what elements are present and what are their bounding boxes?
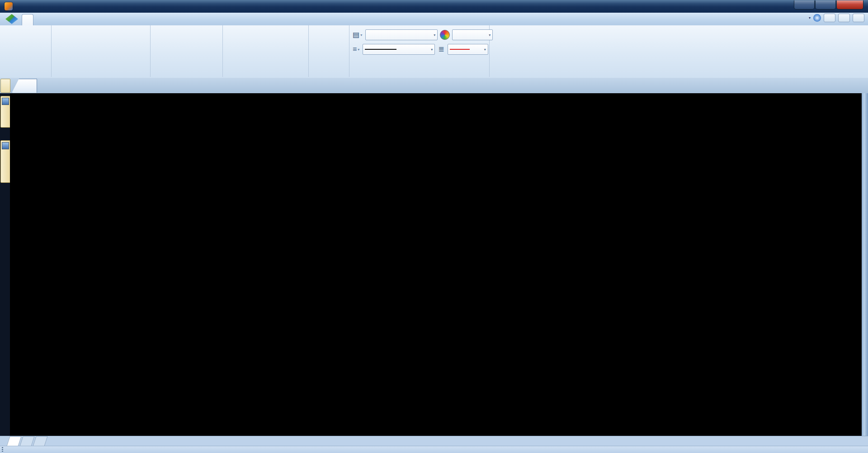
tab-annotation[interactable] xyxy=(43,14,54,25)
linetype-select[interactable]: ▾ xyxy=(448,44,488,55)
line-sample xyxy=(365,49,396,50)
title-bar xyxy=(0,0,868,13)
panel-toggle-button[interactable] xyxy=(0,79,10,93)
group-properties: ▤▾ ▾ ▾ ≡▾ ▾ ≣ ▾ xyxy=(349,25,490,77)
group-common xyxy=(0,25,52,77)
chevron-down-icon: ▾ xyxy=(489,33,491,37)
cad-drawing[interactable] xyxy=(10,93,862,436)
linewidth-select[interactable]: ▾ xyxy=(363,44,435,55)
maximize-button[interactable] xyxy=(815,0,836,10)
minimize-button[interactable] xyxy=(794,0,815,10)
app-logo-icon xyxy=(5,2,13,10)
color-select[interactable]: ▾ xyxy=(452,29,493,40)
group-label-common xyxy=(0,67,51,75)
ribbon-right-controls: ▾ xyxy=(807,14,864,22)
sidebar-tab-properties[interactable] xyxy=(0,140,10,183)
sidebar-tab-library[interactable] xyxy=(0,96,10,128)
group-annotate xyxy=(308,25,349,77)
group-label-basic-draw xyxy=(51,67,150,75)
red-line-sample xyxy=(450,49,470,50)
window-border-right xyxy=(862,93,868,436)
linetype-icon[interactable]: ≣ xyxy=(437,45,445,54)
group-label-advanced-draw xyxy=(150,67,222,75)
document-tab-bar xyxy=(0,78,868,94)
chevron-down-icon: ▾ xyxy=(434,33,435,37)
layer-select[interactable]: ▾ xyxy=(365,29,438,40)
group-label-modify xyxy=(222,67,308,75)
group-modify xyxy=(222,25,309,77)
color-wheel-icon[interactable] xyxy=(440,30,450,40)
library-icon xyxy=(2,98,9,105)
ribbon: ▤▾ ▾ ▾ ≡▾ ▾ ≣ ▾ xyxy=(0,25,868,78)
drawing-canvas[interactable] xyxy=(10,93,862,436)
sheet-tab-layout1[interactable] xyxy=(19,436,34,446)
doc-close-button[interactable] xyxy=(853,14,864,22)
style-button[interactable]: ▾ xyxy=(807,16,811,20)
group-label-properties xyxy=(349,67,489,75)
chevron-down-icon: ▾ xyxy=(431,48,433,52)
sheet-tab-model[interactable] xyxy=(6,436,21,446)
group-advanced-draw xyxy=(150,25,223,77)
tab-sheet[interactable] xyxy=(64,14,75,25)
doc-restore-button[interactable] xyxy=(838,14,850,22)
tab-tools[interactable] xyxy=(85,14,96,25)
sheet-tab-bar xyxy=(0,436,868,446)
group-basic-draw xyxy=(51,25,151,77)
help-icon[interactable] xyxy=(813,14,821,22)
left-sidebar xyxy=(0,93,10,436)
layer-panel-icon[interactable]: ▤▾ xyxy=(352,30,363,39)
tab-common[interactable] xyxy=(22,14,33,26)
linewidth-icon[interactable]: ≡▾ xyxy=(352,45,360,54)
chevron-down-icon: ▾ xyxy=(358,48,359,52)
group-label-annotate xyxy=(308,67,349,75)
status-bar xyxy=(0,446,868,453)
doc-minimize-button[interactable] xyxy=(824,14,835,22)
chevron-down-icon: ▾ xyxy=(809,16,811,20)
chevron-down-icon: ▾ xyxy=(484,48,486,52)
chevron-down-icon: ▾ xyxy=(360,33,362,37)
window-controls xyxy=(794,0,863,10)
close-button[interactable] xyxy=(836,0,863,10)
sheet-tab-layout2[interactable] xyxy=(33,436,47,446)
properties-panel-icon xyxy=(2,142,9,149)
tab-view[interactable] xyxy=(106,14,117,25)
ribbon-tab-bar xyxy=(0,13,868,26)
status-grip[interactable] xyxy=(2,447,3,452)
window-title xyxy=(175,3,781,10)
